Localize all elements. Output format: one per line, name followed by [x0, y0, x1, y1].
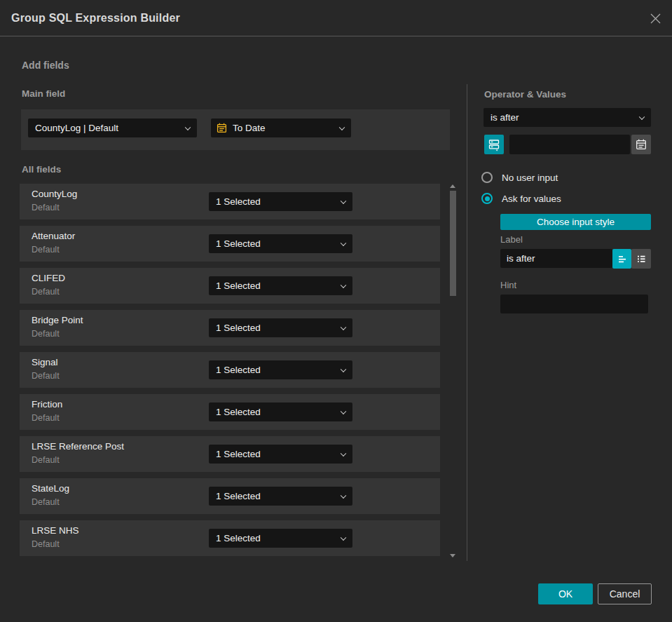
- field-name: CLIFED: [32, 273, 65, 283]
- label-caption: Label: [500, 234, 523, 245]
- field-subtitle: Default: [32, 245, 60, 255]
- field-name: CountyLog: [32, 189, 77, 199]
- calendar-icon[interactable]: [631, 135, 651, 154]
- cancel-button[interactable]: Cancel: [598, 583, 652, 604]
- dialog-title: Group SQL Expression Builder: [11, 0, 180, 36]
- field-selected-dropdown[interactable]: 1 Selected: [209, 276, 352, 295]
- field-selected-dropdown[interactable]: 1 Selected: [209, 529, 352, 548]
- field-subtitle: Default: [32, 371, 60, 381]
- chevron-down-icon: [341, 450, 346, 456]
- field-name: Friction: [32, 399, 62, 410]
- field-row: Signal Default 1 Selected: [20, 352, 440, 388]
- hint-input[interactable]: [500, 295, 648, 313]
- chevron-down-icon: [341, 198, 346, 203]
- field-selected-dropdown[interactable]: 1 Selected: [209, 487, 352, 506]
- chevron-down-icon: [341, 534, 346, 540]
- main-field-panel: CountyLog | Default To Date: [21, 109, 450, 150]
- radio-no-user-input[interactable]: No user input: [481, 172, 558, 183]
- add-fields-heading: Add fields: [22, 60, 69, 71]
- field-row: CLIFED Default 1 Selected: [20, 268, 440, 304]
- chevron-down-icon: [185, 124, 191, 130]
- stacked-values-icon[interactable]: [484, 135, 504, 154]
- panel-divider: [467, 84, 467, 561]
- field-row: LRSE NHS Default 1 Selected: [20, 520, 440, 556]
- field-subtitle: Default: [32, 497, 60, 507]
- hint-caption: Hint: [500, 280, 516, 290]
- main-field-label: Main field: [22, 88, 65, 99]
- field-selected-dropdown[interactable]: 1 Selected: [209, 192, 352, 211]
- main-field-select-value: CountyLog | Default: [35, 119, 118, 137]
- field-name: LRSE Reference Post: [32, 441, 124, 452]
- single-line-input-icon[interactable]: [612, 249, 631, 269]
- label-input[interactable]: [500, 249, 612, 268]
- field-name: LRSE NHS: [32, 525, 79, 536]
- field-selected-dropdown[interactable]: 1 Selected: [209, 234, 352, 253]
- radio-ask-for-values[interactable]: Ask for values: [481, 193, 561, 204]
- scrollbar-up-arrow[interactable]: [450, 184, 455, 188]
- list-input-icon[interactable]: [631, 249, 651, 269]
- chevron-down-icon: [341, 408, 346, 414]
- operator-values-heading: Operator & Values: [484, 89, 566, 100]
- group-sql-expression-builder-dialog: Group SQL Expression Builder Add fields …: [0, 0, 672, 622]
- field-subtitle: Default: [32, 413, 60, 423]
- choose-input-style-button[interactable]: Choose input style: [500, 214, 651, 230]
- value-input[interactable]: [509, 135, 630, 154]
- operator-select[interactable]: is after: [484, 108, 651, 127]
- chevron-down-icon: [341, 282, 346, 288]
- calendar-icon: [217, 123, 227, 135]
- field-type-select[interactable]: To Date: [211, 119, 351, 137]
- field-row: Attenuator Default 1 Selected: [20, 226, 440, 262]
- close-icon[interactable]: [647, 11, 663, 26]
- field-selected-dropdown[interactable]: 1 Selected: [209, 403, 352, 421]
- field-selected-dropdown[interactable]: 1 Selected: [209, 445, 352, 464]
- field-row: Bridge Point Default 1 Selected: [20, 310, 440, 346]
- chevron-down-icon: [639, 114, 645, 119]
- field-selected-dropdown[interactable]: 1 Selected: [209, 318, 352, 337]
- scrollbar-down-arrow[interactable]: [450, 554, 455, 557]
- field-name: StateLog: [32, 483, 69, 494]
- field-row: StateLog Default 1 Selected: [20, 478, 440, 514]
- field-subtitle: Default: [32, 329, 60, 339]
- chevron-down-icon: [341, 324, 346, 330]
- field-name: Bridge Point: [32, 315, 83, 325]
- field-row: Friction Default 1 Selected: [20, 394, 440, 430]
- chevron-down-icon: [339, 124, 345, 130]
- field-name: Signal: [32, 357, 58, 367]
- field-selected-dropdown[interactable]: 1 Selected: [209, 360, 352, 379]
- chevron-down-icon: [341, 366, 346, 372]
- field-type-select-value: To Date: [233, 119, 266, 137]
- field-subtitle: Default: [32, 539, 60, 549]
- scrollbar-thumb[interactable]: [450, 191, 456, 296]
- field-subtitle: Default: [32, 287, 60, 297]
- chevron-down-icon: [341, 492, 346, 498]
- ok-button[interactable]: OK: [538, 583, 593, 604]
- field-row: CountyLog Default 1 Selected: [20, 184, 440, 219]
- field-subtitle: Default: [32, 203, 60, 212]
- radio-circle-icon: [481, 172, 493, 183]
- main-field-select[interactable]: CountyLog | Default: [28, 119, 197, 137]
- field-subtitle: Default: [32, 455, 60, 465]
- all-fields-label: All fields: [22, 164, 61, 175]
- radio-selected-icon: [481, 193, 493, 204]
- dialog-titlebar: Group SQL Expression Builder: [0, 0, 672, 36]
- field-name: Attenuator: [32, 231, 75, 241]
- field-row: LRSE Reference Post Default 1 Selected: [20, 436, 440, 472]
- chevron-down-icon: [341, 240, 346, 245]
- operator-select-value: is after: [491, 108, 519, 127]
